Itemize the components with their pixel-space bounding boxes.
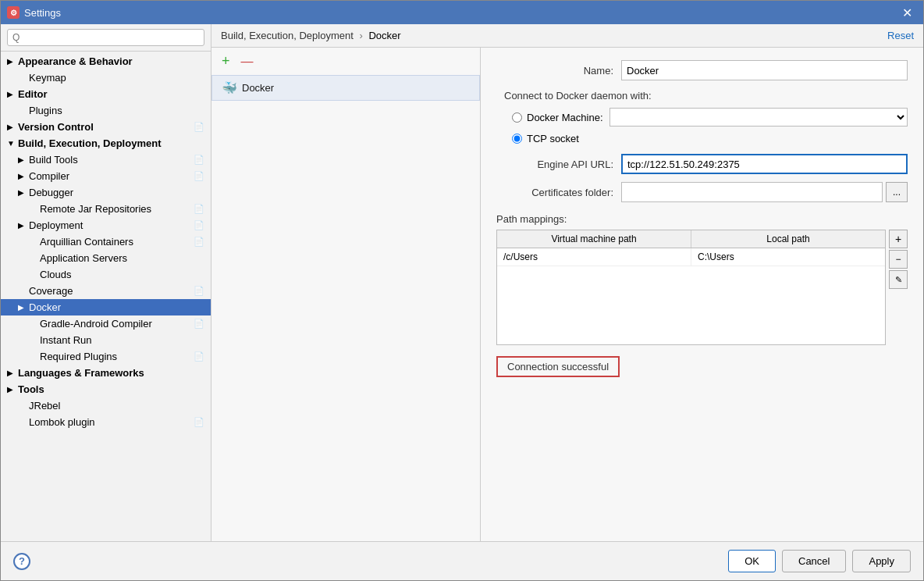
sidebar-item-editor[interactable]: ▶ Editor — [1, 86, 211, 102]
remove-docker-button[interactable]: — — [239, 54, 256, 70]
remove-path-button[interactable]: − — [889, 250, 908, 269]
sidebar-item-jrebel[interactable]: JRebel — [1, 397, 211, 414]
content-area: ▶ Appearance & Behavior Keymap ▶ Editor … — [1, 24, 923, 541]
name-input[interactable] — [621, 60, 908, 80]
tcp-socket-label[interactable]: TCP socket — [527, 133, 579, 144]
sidebar-item-gradle-android[interactable]: Gradle-Android Compiler 📄 — [1, 315, 211, 332]
sidebar-item-debugger[interactable]: ▶ Debugger — [1, 184, 211, 201]
sidebar-item-label: Compiler — [29, 170, 190, 182]
sidebar-item-label: Instant Run — [40, 334, 204, 346]
cancel-button[interactable]: Cancel — [782, 550, 846, 572]
page-icon: 📄 — [194, 155, 204, 165]
page-icon: 📄 — [194, 220, 204, 230]
sidebar-item-keymap[interactable]: Keymap — [1, 70, 211, 86]
search-input[interactable] — [7, 29, 204, 46]
docker-entry[interactable]: 🐳 Docker — [211, 75, 480, 101]
path-mappings-section: Path mappings: Virtual machine path Loca… — [496, 213, 908, 345]
sidebar-item-version-control[interactable]: ▶ Version Control 📄 — [1, 119, 211, 135]
sidebar-item-docker[interactable]: ▶ Docker — [1, 299, 211, 315]
sidebar-item-label: Docker — [29, 301, 204, 313]
path-mappings-label: Path mappings: — [496, 213, 908, 225]
sidebar-item-lombok[interactable]: Lombok plugin 📄 — [1, 414, 211, 430]
sidebar: ▶ Appearance & Behavior Keymap ▶ Editor … — [1, 24, 211, 541]
reset-link[interactable]: Reset — [887, 30, 914, 41]
docker-panel: + — 🐳 Docker Name: — [211, 48, 923, 541]
connection-status-area: Connection successful — [496, 356, 908, 377]
page-icon: 📄 — [194, 319, 204, 329]
sidebar-item-tools[interactable]: ▶ Tools — [1, 381, 211, 397]
arrow-icon: ▶ — [7, 57, 18, 66]
sidebar-item-build-execution[interactable]: ▼ Build, Execution, Deployment — [1, 135, 211, 151]
settings-tree: ▶ Appearance & Behavior Keymap ▶ Editor … — [1, 52, 211, 541]
arrow-icon: ▶ — [18, 221, 29, 230]
daemon-label: Connect to Docker daemon with: — [504, 90, 908, 102]
docker-toolbar: + — — [211, 48, 480, 75]
status-badge: Connection successful — [496, 356, 620, 377]
sidebar-item-label: Deployment — [29, 219, 190, 231]
sidebar-item-app-servers[interactable]: Application Servers — [1, 250, 211, 266]
page-icon: 📄 — [194, 204, 204, 214]
close-button[interactable]: ✕ — [897, 4, 917, 22]
sidebar-item-label: Required Plugins — [40, 351, 190, 362]
engine-api-label: Engine API URL: — [496, 159, 621, 170]
sidebar-item-build-tools[interactable]: ▶ Build Tools 📄 — [1, 151, 211, 168]
tcp-socket-row: TCP socket — [512, 133, 908, 144]
sidebar-item-required-plugins[interactable]: Required Plugins 📄 — [1, 348, 211, 365]
add-docker-button[interactable]: + — [219, 52, 233, 70]
sidebar-item-label: Coverage — [29, 285, 190, 297]
docker-machine-radio[interactable] — [512, 112, 522, 123]
page-icon: 📄 — [194, 237, 204, 247]
sidebar-item-label: Languages & Frameworks — [18, 367, 204, 379]
page-icon: 📄 — [194, 171, 204, 181]
table-row[interactable]: /c/Users C:\Users — [497, 248, 885, 266]
arrow-icon: ▼ — [7, 139, 18, 148]
name-label: Name: — [496, 65, 621, 77]
arrow-icon: ▶ — [18, 172, 29, 180]
sidebar-item-label: Arquillian Containers — [40, 236, 190, 248]
help-button[interactable]: ? — [13, 553, 30, 570]
sidebar-item-label: Tools — [18, 383, 204, 395]
engine-api-input[interactable] — [621, 154, 908, 174]
sidebar-item-label: JRebel — [29, 400, 204, 412]
ok-button[interactable]: OK — [728, 550, 776, 572]
browse-button[interactable]: ... — [886, 182, 908, 202]
sidebar-item-arquillian[interactable]: Arquillian Containers 📄 — [1, 233, 211, 250]
docker-machine-select[interactable] — [609, 108, 908, 127]
sidebar-item-compiler[interactable]: ▶ Compiler 📄 — [1, 168, 211, 184]
tcp-socket-radio[interactable] — [512, 134, 522, 144]
sidebar-item-deployment[interactable]: ▶ Deployment 📄 — [1, 217, 211, 233]
settings-window: ⚙ Settings ✕ ▶ Appearance & Behavior Key… — [0, 0, 924, 581]
path-table-header: Virtual machine path Local path — [497, 230, 885, 248]
search-box — [1, 24, 211, 52]
sidebar-item-languages[interactable]: ▶ Languages & Frameworks — [1, 365, 211, 381]
docker-machine-label[interactable]: Docker Machine: — [527, 112, 603, 123]
daemon-section: Connect to Docker daemon with: Docker Ma… — [496, 90, 908, 202]
path-table-container: Virtual machine path Local path /c/Users… — [496, 230, 908, 345]
sidebar-item-clouds[interactable]: Clouds — [1, 266, 211, 283]
edit-path-button[interactable]: ✎ — [889, 270, 908, 289]
sidebar-item-label: Build, Execution, Deployment — [18, 137, 204, 149]
page-icon: 📄 — [194, 351, 204, 362]
sidebar-item-instant-run[interactable]: Instant Run — [1, 332, 211, 348]
sidebar-item-remote-jar[interactable]: Remote Jar Repositories 📄 — [1, 201, 211, 217]
name-row: Name: — [496, 60, 908, 80]
sidebar-item-appearance[interactable]: ▶ Appearance & Behavior — [1, 53, 211, 70]
local-path-header: Local path — [691, 230, 885, 248]
sidebar-item-plugins[interactable]: Plugins — [1, 102, 211, 119]
local-path-cell: C:\Users — [691, 248, 885, 266]
arrow-icon: ▶ — [7, 369, 18, 377]
breadcrumb: Build, Execution, Deployment › Docker — [221, 30, 401, 41]
sidebar-item-coverage[interactable]: Coverage 📄 — [1, 283, 211, 299]
page-icon: 📄 — [194, 122, 204, 132]
vm-path-header: Virtual machine path — [497, 230, 691, 248]
apply-button[interactable]: Apply — [852, 550, 911, 572]
sidebar-item-label: Gradle-Android Compiler — [40, 318, 190, 330]
certificates-input[interactable] — [621, 182, 883, 202]
add-path-button[interactable]: + — [889, 230, 908, 248]
page-icon: 📄 — [194, 417, 204, 427]
breadcrumb-current: Docker — [368, 30, 400, 41]
sidebar-item-label: Plugins — [29, 105, 204, 116]
sidebar-item-label: Clouds — [40, 269, 204, 280]
arrow-icon: ▶ — [7, 123, 18, 131]
title-bar: ⚙ Settings ✕ — [1, 1, 923, 24]
